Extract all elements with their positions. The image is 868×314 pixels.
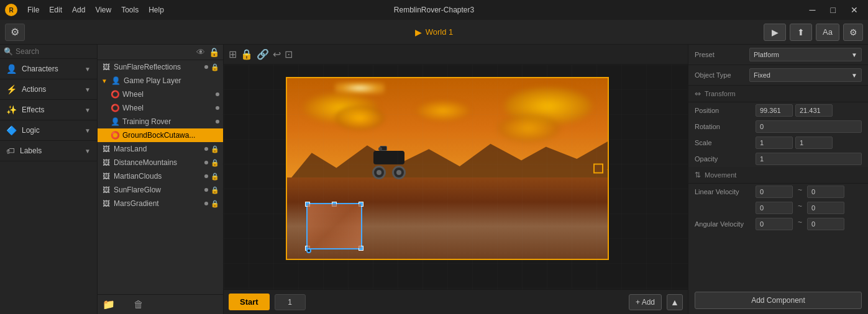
scale-y-input[interactable]: 1: [795, 137, 833, 149]
menu-add[interactable]: Add: [72, 6, 85, 14]
object-type-select[interactable]: Fixed ▼: [749, 68, 862, 82]
tree-item-distance-mountains[interactable]: 🖼 DistanceMountains 🔒: [98, 156, 223, 169]
search-input[interactable]: [16, 47, 109, 56]
minimize-button[interactable]: ─: [805, 4, 821, 16]
item-label: SunFlareReflections: [114, 63, 202, 71]
team-button[interactable]: ⚙: [5, 24, 25, 41]
scale-x-input[interactable]: 1: [756, 137, 793, 149]
move-handle[interactable]: →: [593, 161, 609, 176]
actions-section: ⚡ Actions ▼: [0, 79, 97, 100]
tree-item-sunflare-reflections[interactable]: 🖼 SunFlareReflections 🔒: [98, 60, 223, 74]
scale-inputs: 1 1: [756, 137, 833, 149]
main-toolbar: ⚙ ▶ World 1 ▶ ⬆ Aa ⚙: [0, 20, 868, 45]
selection-box[interactable]: [306, 203, 362, 249]
texture-preview: [308, 204, 361, 248]
actions-icon: ⚡: [6, 84, 17, 94]
image-icon: 🖼: [101, 199, 111, 208]
position-y-input[interactable]: 21.431: [795, 104, 833, 117]
grid-icon[interactable]: ⊞: [229, 48, 237, 60]
linear-velocity-x2-input[interactable]: 0: [756, 202, 793, 214]
font-button[interactable]: Aa: [816, 24, 839, 41]
effects-header[interactable]: ✨ Effects ▼: [0, 100, 97, 120]
labels-chevron: ▼: [85, 148, 91, 155]
tree-item-wheel-1[interactable]: ⭕ Wheel: [98, 87, 223, 101]
item-label: Training Rover: [122, 117, 213, 126]
tree-item-sunflare-glow[interactable]: 🖼 SunFlareGlow 🔒: [98, 183, 223, 197]
dot-indicator: [216, 120, 219, 123]
characters-chevron: ▼: [85, 66, 91, 73]
menu-view[interactable]: View: [95, 6, 111, 14]
opacity-input[interactable]: 1: [756, 153, 862, 165]
rotation-input[interactable]: 0: [756, 120, 862, 133]
preset-select[interactable]: Platform ▼: [749, 48, 862, 61]
canvas-viewport[interactable]: →: [224, 65, 688, 289]
dot-indicator: [204, 65, 208, 69]
angular-velocity-y-input[interactable]: 0: [807, 218, 844, 230]
window-title: RemblinRover-Chapter3: [394, 6, 474, 14]
effects-section: ✨ Effects ▼: [0, 100, 97, 120]
scroll-up-button[interactable]: ▲: [667, 294, 683, 310]
menu-file[interactable]: File: [27, 6, 39, 14]
play-button[interactable]: ▶: [764, 24, 786, 41]
angular-velocity-x-input[interactable]: 0: [756, 218, 793, 230]
logic-header[interactable]: 🔷 Logic ▼: [0, 120, 97, 140]
close-button[interactable]: ✕: [846, 4, 863, 16]
menu-edit[interactable]: Edit: [49, 6, 62, 14]
item-label: GroundBockCutawa...: [122, 131, 213, 140]
tree-item-mars-gradient[interactable]: 🖼 MarsGradient 🔒: [98, 197, 223, 210]
tree-item-training-rover[interactable]: 👤 Training Rover: [98, 115, 223, 128]
image-icon: 🖼: [101, 186, 111, 194]
add-button[interactable]: + Add: [629, 294, 662, 310]
cloud-5: [415, 100, 471, 122]
export-button[interactable]: ⬆: [790, 24, 812, 41]
actions-header[interactable]: ⚡ Actions ▼: [0, 79, 97, 99]
tree-item-game-play-layer[interactable]: ▼ 👤 Game Play Layer: [98, 74, 223, 87]
scene-tree: 👁 🔒 🖼 SunFlareReflections 🔒 ▼ 👤 Game Pla…: [98, 45, 224, 314]
tree-item-marsland[interactable]: 🖼 MarsLand 🔒: [98, 142, 223, 156]
menu-help[interactable]: Help: [148, 6, 164, 14]
scene-tree-header: 👁 🔒: [98, 45, 223, 60]
position-x-input[interactable]: 99.361: [756, 104, 793, 117]
tree-item-wheel-2[interactable]: ⭕ Wheel: [98, 101, 223, 115]
undo-icon[interactable]: ↩: [273, 48, 281, 60]
spacer: [688, 232, 868, 292]
characters-header[interactable]: 👤 Characters ▼: [0, 59, 97, 79]
linear-velocity-y2-input[interactable]: 0: [807, 202, 844, 214]
dot-indicator: [204, 147, 208, 151]
add-component-button[interactable]: Add Component: [695, 292, 862, 309]
linear-velocity-x-input[interactable]: 0: [756, 186, 793, 198]
svg-marker-0: [287, 141, 608, 183]
maximize-button[interactable]: □: [826, 4, 841, 16]
wheel-hub-2: [396, 170, 401, 175]
preset-chevron: ▼: [851, 52, 857, 58]
start-button[interactable]: Start: [229, 294, 270, 310]
wheel-left: [372, 166, 386, 179]
item-label: SunFlareGlow: [114, 186, 202, 194]
settings-button[interactable]: ⚙: [843, 24, 863, 41]
actions-label: Actions: [22, 85, 46, 94]
lock-canvas-icon[interactable]: 🔒: [240, 48, 253, 60]
menu-tools[interactable]: Tools: [121, 6, 139, 14]
search-icon: 🔍: [4, 47, 13, 56]
lock-icon: 🔒: [211, 186, 219, 194]
linear-velocity-y-input[interactable]: 0: [807, 186, 844, 198]
add-folder-button[interactable]: 📁: [103, 298, 115, 310]
link-icon[interactable]: 🔗: [257, 48, 269, 60]
lock-icon[interactable]: 🔒: [209, 47, 219, 57]
logic-label: Logic: [22, 126, 40, 135]
position-label: Position: [695, 107, 751, 114]
wheel-right: [392, 166, 406, 179]
app-icon: R: [5, 4, 17, 16]
visibility-icon[interactable]: 👁: [196, 47, 205, 57]
frame-input[interactable]: [275, 294, 306, 310]
object-icon: ⭕: [110, 131, 120, 140]
move-square: [593, 164, 603, 174]
grid-small-icon[interactable]: ⊡: [285, 48, 293, 60]
labels-header[interactable]: 🏷 Labels ▼: [0, 141, 97, 161]
tilde-3: ~: [798, 218, 802, 230]
tree-item-martian-clouds[interactable]: 🖼 MartianClouds 🔒: [98, 169, 223, 183]
transform-icon: ⇔: [695, 89, 701, 98]
delete-button[interactable]: 🗑: [134, 299, 144, 310]
tree-item-groundbock[interactable]: ⭕ GroundBockCutawa... ●: [98, 128, 223, 142]
actions-chevron: ▼: [85, 86, 91, 93]
